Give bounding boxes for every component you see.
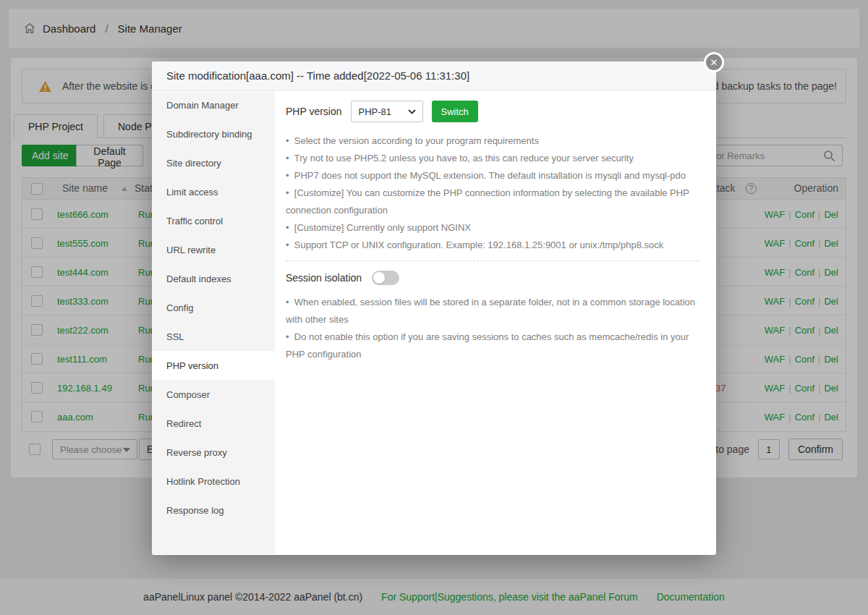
modal-menu-item[interactable]: SSL xyxy=(152,322,275,351)
modal-menu-item[interactable]: Traffic control xyxy=(152,206,275,235)
switch-button[interactable]: Switch xyxy=(432,101,478,122)
php-version-label: PHP version xyxy=(286,106,342,117)
modal-menu-item[interactable]: Default indexes xyxy=(152,264,275,293)
modal-header: Site modification[aaa.com] -- Time added… xyxy=(152,62,716,90)
modal-menu-item[interactable]: Site directory xyxy=(152,148,275,177)
session-note: Do not enable this option if you are sav… xyxy=(286,328,699,363)
close-icon: ✕ xyxy=(710,58,718,67)
site-modification-modal: ✕ Site modification[aaa.com] -- Time add… xyxy=(152,62,716,555)
php-note: [Customize] Currently only support NGINX xyxy=(286,219,699,237)
modal-menu-item[interactable]: Hotlink Protection xyxy=(152,467,275,496)
session-isolation-toggle[interactable] xyxy=(372,271,399,285)
modal-menu-item[interactable]: Limit access xyxy=(152,177,275,206)
php-note: Try not to use PHP5.2 unless you have to… xyxy=(286,150,699,167)
php-version-select[interactable]: PHP-81 xyxy=(351,101,423,122)
session-isolation-notes: When enabled, session files will be stor… xyxy=(286,294,699,363)
modal-title: Site modification[aaa.com] -- Time added… xyxy=(166,69,469,82)
chevron-down-icon xyxy=(408,109,416,114)
modal-menu-item[interactable]: Domain Manager xyxy=(152,90,275,119)
close-button[interactable]: ✕ xyxy=(704,52,724,72)
dashed-divider xyxy=(286,260,699,261)
php-note: Support TCP or UNIX configuration. Examp… xyxy=(286,237,699,254)
php-version-notes: Select the version according to your pro… xyxy=(286,132,699,254)
php-version-panel: PHP version PHP-81 Switch Select the ver… xyxy=(275,90,716,554)
modal-menu-item[interactable]: URL rewrite xyxy=(152,235,275,264)
modal-menu-item[interactable]: Reverse proxy xyxy=(152,438,275,467)
modal-menu-item[interactable]: Redirect xyxy=(152,409,275,438)
modal-menu-item[interactable]: PHP version xyxy=(152,351,275,380)
session-isolation-label: Session isolation xyxy=(286,272,362,284)
modal-menu-item[interactable]: Subdirectory binding xyxy=(152,119,275,148)
php-note: [Customize] You can customize the PHP co… xyxy=(286,184,699,219)
php-note: Select the version according to your pro… xyxy=(286,132,699,150)
modal-menu-item[interactable]: Config xyxy=(152,293,275,322)
session-note: When enabled, session files will be stor… xyxy=(286,294,699,328)
toggle-knob xyxy=(373,272,385,284)
modal-menu-item[interactable]: Composer xyxy=(152,380,275,409)
modal-menu: Domain Manager Subdirectory binding Site… xyxy=(152,90,275,554)
modal-menu-item[interactable]: Response log xyxy=(152,496,275,525)
php-note: PHP7 does not support the MySQL extensio… xyxy=(286,167,699,184)
